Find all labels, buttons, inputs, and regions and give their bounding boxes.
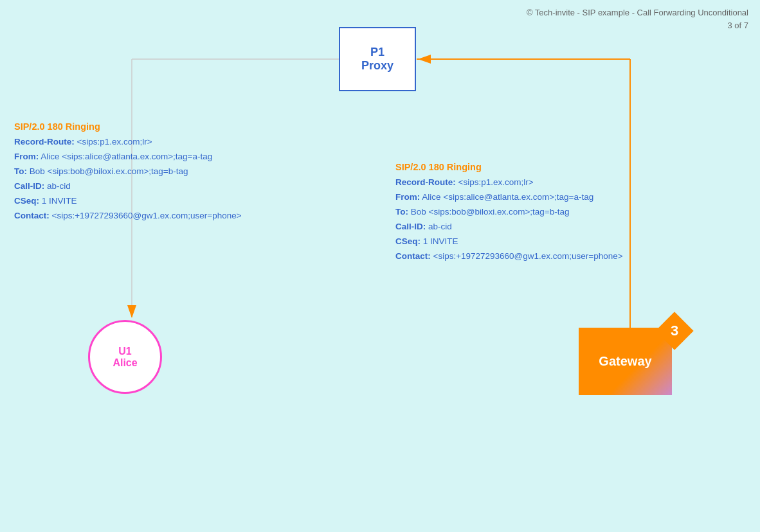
sip-right-from: From: Alice <sips:alice@atlanta.ex.com>;…: [395, 190, 623, 205]
sip-left-cseq: CSeq: 1 INVITE: [14, 194, 242, 209]
sip-right-record-route: Record-Route: <sips:p1.ex.com;lr>: [395, 175, 623, 190]
gateway-node: Gateway: [579, 328, 672, 395]
sip-message-left: SIP/2.0 180 Ringing Record-Route: <sips:…: [14, 119, 242, 224]
sip-right-callid: Call-ID: ab-cid: [395, 220, 623, 235]
gateway-label: Gateway: [599, 354, 651, 369]
alice-node: U1 Alice: [88, 320, 162, 394]
proxy-node: P1 Proxy: [339, 27, 416, 91]
sip-left-from: From: Alice <sips:alice@atlanta.ex.com>;…: [14, 150, 242, 164]
sip-right-to: To: Bob <sips:bob@biloxi.ex.com>;tag=b-t…: [395, 205, 623, 220]
sip-right-cseq: CSeq: 1 INVITE: [395, 235, 623, 249]
watermark: © Tech-invite - SIP example - Call Forwa…: [527, 6, 748, 31]
sip-left-callid: Call-ID: ab-cid: [14, 179, 242, 194]
alice-label-top: U1: [118, 346, 131, 357]
sip-right-status: SIP/2.0 180 Ringing: [395, 159, 623, 175]
watermark-line2: 3 of 7: [527, 19, 748, 32]
sip-message-right: SIP/2.0 180 Ringing Record-Route: <sips:…: [395, 159, 623, 264]
sip-left-record-route: Record-Route: <sips:p1.ex.com;lr>: [14, 135, 242, 150]
sip-left-to: To: Bob <sips:bob@biloxi.ex.com>;tag=b-t…: [14, 164, 242, 179]
proxy-label-top: P1: [370, 46, 385, 59]
sip-left-contact: Contact: <sips:+19727293660@gw1.ex.com;u…: [14, 209, 242, 224]
alice-label-bottom: Alice: [113, 357, 137, 369]
watermark-line1: © Tech-invite - SIP example - Call Forwa…: [527, 6, 748, 19]
sip-right-contact: Contact: <sips:+19727293660@gw1.ex.com;u…: [395, 249, 623, 264]
sip-left-status: SIP/2.0 180 Ringing: [14, 119, 242, 135]
step-badge-number: 3: [671, 323, 678, 339]
proxy-label-bottom: Proxy: [361, 59, 394, 73]
